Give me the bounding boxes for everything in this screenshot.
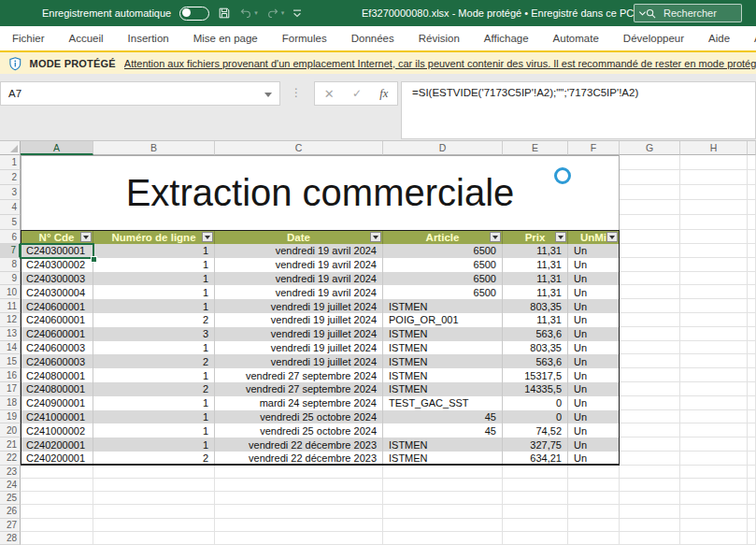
cell-C15[interactable]: vendredi 19 juillet 2024 xyxy=(215,354,383,368)
cell[interactable] xyxy=(748,410,756,424)
cell-E15[interactable]: 563,6 xyxy=(503,354,568,368)
cell[interactable] xyxy=(568,479,620,492)
cell-C13[interactable]: vendredi 19 juillet 2024 xyxy=(215,327,383,341)
name-box[interactable]: A7 xyxy=(0,81,280,106)
cell[interactable] xyxy=(680,423,748,437)
cell[interactable] xyxy=(620,396,680,410)
cell-B21[interactable]: 1 xyxy=(93,437,215,452)
cell[interactable] xyxy=(748,299,756,313)
name-box-dropdown-icon[interactable] xyxy=(264,93,272,101)
cell-C20[interactable]: vendredi 25 octobre 2024 xyxy=(215,423,383,437)
cell-C18[interactable]: mardi 24 septembre 2024 xyxy=(215,396,383,410)
cell[interactable] xyxy=(680,368,748,382)
cell[interactable] xyxy=(215,466,383,479)
row-header-23[interactable]: 23 xyxy=(0,466,21,479)
cell[interactable] xyxy=(680,215,748,230)
cell-B7[interactable]: 1 xyxy=(93,244,215,258)
cell[interactable] xyxy=(620,423,680,437)
cell[interactable] xyxy=(748,354,756,368)
row-header-5[interactable]: 5 xyxy=(0,215,21,230)
cell-C17[interactable]: vendredi 27 septembre 2024 xyxy=(215,382,383,396)
cell-A13[interactable]: C240600001 xyxy=(21,327,93,341)
cell[interactable] xyxy=(748,170,756,185)
cell-E10[interactable]: 11,31 xyxy=(503,285,568,299)
cell[interactable] xyxy=(680,466,748,479)
cell-A17[interactable]: C240800001 xyxy=(21,382,93,396)
cell-A14[interactable]: C240600003 xyxy=(21,341,93,355)
column-header-H[interactable]: H xyxy=(680,141,748,155)
cell[interactable] xyxy=(93,519,215,532)
row-header-28[interactable]: 28 xyxy=(0,532,21,545)
cell[interactable] xyxy=(748,155,756,170)
formula-input[interactable]: =SI(ESTVIDE('7173C5IP'!A2);"";'7173C5IP'… xyxy=(401,81,756,139)
cell[interactable] xyxy=(620,532,680,545)
cell-B19[interactable]: 1 xyxy=(93,410,215,424)
cell-D16[interactable]: ISTMEN xyxy=(383,368,503,382)
cell[interactable] xyxy=(680,492,748,505)
cell[interactable] xyxy=(748,341,756,355)
cell-E12[interactable]: 11,31 xyxy=(503,313,568,327)
cell-C8[interactable]: vendredi 19 avril 2024 xyxy=(215,258,383,272)
tab-automate[interactable]: Automate xyxy=(541,26,611,50)
cell[interactable] xyxy=(215,479,383,492)
tab-acrobat[interactable]: Acrobat xyxy=(742,26,756,50)
cell-A10[interactable]: C240300004 xyxy=(21,285,93,299)
cell-F11[interactable]: Un xyxy=(568,299,620,313)
cell[interactable] xyxy=(748,185,756,200)
cell[interactable] xyxy=(620,170,680,185)
cell-D9[interactable]: 6500 xyxy=(383,272,503,286)
cell[interactable] xyxy=(215,505,383,518)
row-header-19[interactable]: 19 xyxy=(0,410,21,424)
cell[interactable] xyxy=(680,185,748,200)
cell[interactable] xyxy=(748,382,756,396)
cell[interactable] xyxy=(620,479,680,492)
cell-A16[interactable]: C240800001 xyxy=(21,368,93,382)
cell[interactable] xyxy=(21,532,93,545)
cancel-entry-icon[interactable]: ✕ xyxy=(324,87,335,101)
cell[interactable] xyxy=(620,299,680,313)
column-header-F[interactable]: F xyxy=(568,141,620,155)
cell-D8[interactable]: 6500 xyxy=(383,258,503,272)
cell-E22[interactable]: 634,21 xyxy=(503,452,568,466)
row-header-25[interactable]: 25 xyxy=(0,492,21,505)
cell-D17[interactable]: ISTMEN xyxy=(383,382,503,396)
cell-F7[interactable]: Un xyxy=(568,244,620,258)
cell[interactable] xyxy=(568,519,620,532)
cell-A21[interactable]: C240200001 xyxy=(21,437,93,452)
cell-F10[interactable]: Un xyxy=(568,285,620,299)
cell[interactable] xyxy=(620,258,680,272)
cell[interactable] xyxy=(748,285,756,299)
cell-D21[interactable]: ISTMEN xyxy=(383,437,503,452)
cell[interactable] xyxy=(620,272,680,286)
cell-E21[interactable]: 327,75 xyxy=(503,437,568,452)
row-header-9[interactable]: 9 xyxy=(0,272,21,286)
row-header-2[interactable]: 2 xyxy=(0,170,21,185)
cell[interactable] xyxy=(620,244,680,258)
cell[interactable] xyxy=(620,452,680,466)
cell[interactable] xyxy=(383,519,503,532)
cell[interactable] xyxy=(215,519,383,532)
cell-F13[interactable]: Un xyxy=(568,327,620,341)
cell[interactable] xyxy=(215,492,383,505)
cell[interactable] xyxy=(503,479,568,492)
cell[interactable] xyxy=(748,396,756,410)
cell[interactable] xyxy=(680,382,748,396)
cell-C21[interactable]: vendredi 22 décembre 2023 xyxy=(215,437,383,452)
column-header-B[interactable]: B xyxy=(93,141,215,155)
row-header-3[interactable]: 3 xyxy=(0,185,21,200)
cell[interactable] xyxy=(748,215,756,230)
protected-view-message-link[interactable]: Attention aux fichiers provenant d'un em… xyxy=(124,58,756,69)
cell-D10[interactable]: 6500 xyxy=(383,285,503,299)
row-header-22[interactable]: 22 xyxy=(0,452,21,466)
cell-F15[interactable]: Un xyxy=(568,354,620,368)
cell[interactable] xyxy=(620,155,680,170)
row-header-17[interactable]: 17 xyxy=(0,382,21,396)
tab-affichage[interactable]: Affichage xyxy=(472,26,541,50)
cell-E11[interactable]: 803,35 xyxy=(503,299,568,313)
cell-F12[interactable]: Un xyxy=(568,313,620,327)
column-header-E[interactable]: E xyxy=(503,141,568,155)
cell[interactable] xyxy=(680,519,748,532)
cell[interactable] xyxy=(620,230,680,244)
row-header-10[interactable]: 10 xyxy=(0,285,21,299)
cell[interactable] xyxy=(215,532,383,545)
